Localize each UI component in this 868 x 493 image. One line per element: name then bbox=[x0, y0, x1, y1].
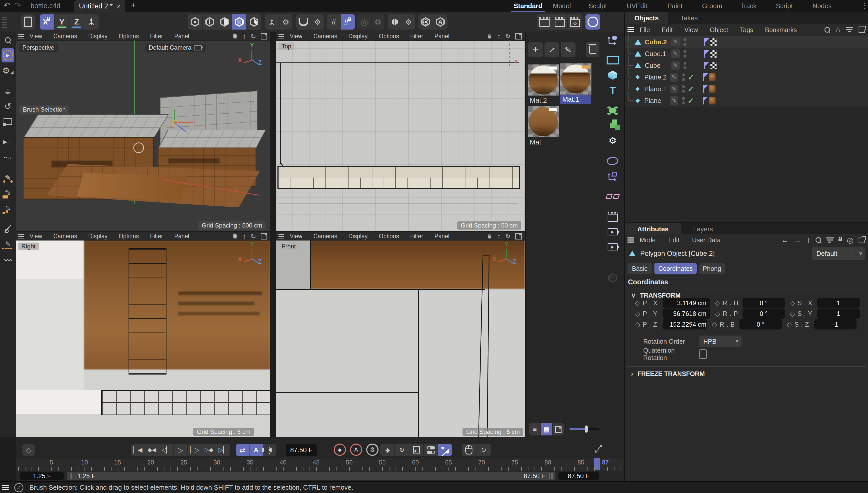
keyframe-diamond-icon[interactable]: ◇ bbox=[712, 310, 723, 318]
object-name[interactable]: Cube.2 bbox=[645, 38, 671, 46]
instance-button[interactable] bbox=[605, 169, 621, 183]
spline-smooth-tool-button[interactable] bbox=[2, 252, 14, 266]
delete-material-button[interactable] bbox=[586, 42, 599, 57]
phong-tag-icon[interactable] bbox=[704, 62, 706, 69]
menu-options[interactable]: Options bbox=[379, 33, 399, 40]
status-menu-icon[interactable] bbox=[2, 485, 9, 490]
pan-hand-icon[interactable] bbox=[486, 33, 493, 40]
tab-takes[interactable]: Takes bbox=[680, 14, 698, 22]
path-pen-tool-button[interactable]: ✎ bbox=[2, 237, 14, 251]
filter-icon[interactable] bbox=[827, 239, 833, 240]
attributes-menu-icon[interactable] bbox=[627, 237, 634, 242]
workspace-tab-paint[interactable]: Paint bbox=[667, 2, 682, 10]
object-name[interactable]: Plane bbox=[644, 97, 670, 105]
viewport-perspective-canvas[interactable]: Perspective Default Camera Brush Selecti… bbox=[16, 41, 270, 231]
range-end-field[interactable]: 87.50 F bbox=[558, 472, 599, 480]
goto-end-button[interactable]: ▷▏ bbox=[216, 444, 230, 456]
workspace-tab-script[interactable]: Script bbox=[776, 2, 793, 10]
lock-icon[interactable] bbox=[839, 239, 842, 241]
spline-primitive-button[interactable] bbox=[605, 53, 621, 67]
material-thumb-mat2[interactable] bbox=[528, 64, 559, 95]
command-palette-button[interactable] bbox=[21, 14, 35, 29]
autokey-range-button[interactable]: A bbox=[249, 444, 263, 456]
texture-mode-button[interactable] bbox=[247, 14, 261, 29]
subdivision-surface-button[interactable] bbox=[605, 103, 621, 118]
auto-axis-button[interactable]: A bbox=[433, 14, 448, 29]
menu-filter[interactable]: Filter bbox=[150, 33, 163, 40]
coordinate-system-button[interactable] bbox=[84, 14, 98, 29]
object-name[interactable]: Cube.1 bbox=[645, 50, 671, 58]
quantize-settings-button[interactable]: ⚙ bbox=[372, 14, 384, 29]
pan-hand-icon[interactable] bbox=[486, 233, 493, 239]
pan-hand-icon[interactable] bbox=[231, 233, 238, 239]
keyframe-diamond-icon[interactable]: ◇ bbox=[709, 321, 719, 328]
material-name[interactable]: Mat bbox=[528, 138, 543, 147]
render-picture-viewer-button[interactable]: ▶ bbox=[552, 14, 568, 29]
key-rotation-button[interactable]: ↻ bbox=[395, 444, 409, 456]
workplane-grid-button[interactable]: # bbox=[327, 14, 341, 29]
record-keyframe-button[interactable]: ◆ bbox=[333, 443, 347, 456]
search-icon[interactable] bbox=[816, 237, 821, 243]
mograph-cloner-button[interactable]: ⚙ bbox=[605, 133, 621, 148]
rotate-tool-button[interactable]: ↺ bbox=[2, 99, 14, 113]
texture-tag-icon[interactable] bbox=[709, 73, 715, 81]
enabled-check-icon[interactable]: ✓ bbox=[685, 73, 697, 82]
visibility-dots[interactable] bbox=[682, 97, 685, 105]
edit-toggle-icon[interactable]: ✎ bbox=[671, 61, 680, 70]
object-row-plane2[interactable]: Plane.2 ✎ ✓ bbox=[625, 71, 868, 83]
forward-arrow-icon[interactable]: → bbox=[794, 236, 802, 244]
viewport-top[interactable]: View Cameras Display Options Filter Pane… bbox=[276, 32, 525, 231]
menu-cameras[interactable]: Cameras bbox=[313, 33, 337, 40]
sy-input[interactable]: 1 bbox=[817, 308, 860, 319]
multi-move-tool-button[interactable]: ▪▪↔ bbox=[2, 150, 14, 164]
previous-frame-button[interactable]: ◁▏ bbox=[159, 444, 174, 456]
current-frame-field[interactable]: 87.50 F bbox=[285, 444, 317, 456]
object-name[interactable]: Plane.2 bbox=[644, 73, 670, 81]
menu-panel[interactable]: Panel bbox=[435, 233, 450, 240]
workspace-tab-track[interactable]: Track bbox=[740, 2, 756, 10]
texture-tag-icon[interactable] bbox=[710, 62, 717, 69]
key-pla-button[interactable] bbox=[438, 444, 452, 456]
rh-input[interactable]: 0 ° bbox=[743, 298, 785, 308]
camera-icon[interactable] bbox=[195, 45, 202, 50]
move-gizmo[interactable] bbox=[167, 109, 198, 140]
snap-magnet-button[interactable] bbox=[296, 14, 311, 29]
viewport-top-canvas[interactable]: x Top Grid Spacing : 50 cm bbox=[276, 41, 525, 231]
object-name[interactable]: Plane.1 bbox=[644, 85, 670, 93]
orbit-icon[interactable]: ↻ bbox=[505, 33, 511, 40]
snap-settings-button[interactable]: ⚙ bbox=[311, 14, 324, 29]
phong-tag-icon[interactable] bbox=[704, 38, 706, 46]
grid-view-button[interactable]: ▦ bbox=[541, 423, 553, 435]
goto-start-button[interactable]: ▏◀ bbox=[131, 444, 145, 456]
polygons-mode-button[interactable] bbox=[218, 14, 232, 29]
material-name[interactable]: Mat.2 bbox=[528, 96, 549, 105]
menu-cameras[interactable]: Cameras bbox=[313, 233, 337, 240]
menu-cameras[interactable]: Cameras bbox=[53, 33, 77, 40]
stage-button[interactable] bbox=[605, 210, 621, 224]
visibility-dots[interactable] bbox=[683, 38, 686, 46]
pen-spline-button[interactable] bbox=[605, 33, 621, 47]
texture-tag-icon[interactable] bbox=[710, 38, 717, 46]
key-parameters-button[interactable] bbox=[424, 444, 438, 456]
sketch-tool-button[interactable]: ✎ bbox=[2, 186, 14, 200]
object-row-cube1[interactable]: Cube.1 ✎ bbox=[625, 48, 868, 60]
camera-2-button[interactable]: ▶ bbox=[605, 240, 621, 254]
move-tool-button[interactable]: ↔↕ bbox=[2, 84, 14, 98]
tab-attributes[interactable]: Attributes bbox=[625, 223, 681, 235]
edit-toggle-icon[interactable]: ✎ bbox=[671, 38, 680, 46]
objects-menu-object[interactable]: Object bbox=[710, 26, 728, 34]
viewport-splitter-horizontal[interactable] bbox=[16, 231, 525, 232]
spline-pen-tool-button[interactable]: ✎ bbox=[2, 170, 14, 185]
deformer-button[interactable] bbox=[605, 154, 621, 168]
poly-pen-tool-button[interactable]: ✎ bbox=[2, 201, 14, 215]
rb-input[interactable]: 0 ° bbox=[739, 319, 782, 329]
phong-tag-icon[interactable] bbox=[703, 97, 704, 105]
quantize-button[interactable]: ◎ bbox=[357, 14, 372, 29]
keyframe-diamond-icon[interactable]: ◇ bbox=[787, 299, 798, 307]
track-circle-icon[interactable]: ◎ bbox=[847, 236, 853, 244]
preset-dropdown[interactable]: Default ▾ bbox=[812, 248, 865, 260]
edit-material-button[interactable]: ✎ bbox=[561, 42, 575, 57]
sx-input[interactable]: 1 bbox=[817, 298, 860, 308]
z-axis-lock-button[interactable]: Z bbox=[69, 14, 84, 29]
autokey-button[interactable]: A bbox=[349, 443, 363, 456]
